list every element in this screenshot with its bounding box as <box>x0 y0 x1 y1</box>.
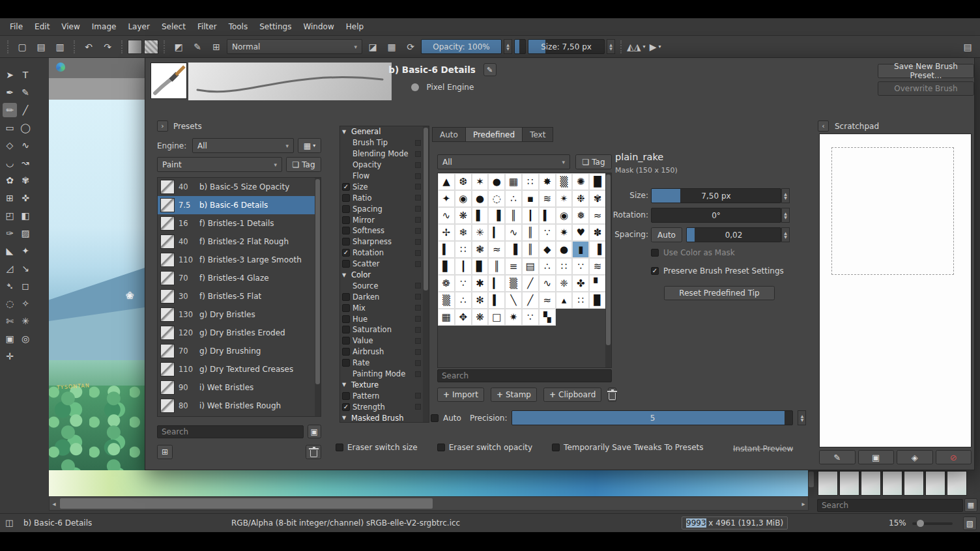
brush-tip-cell[interactable]: ▦ <box>438 309 455 326</box>
scratchpad-expander-button[interactable]: ‹ <box>818 120 829 132</box>
brush-tip-cell[interactable]: ✻ <box>472 292 489 309</box>
option-checkbox[interactable] <box>342 227 350 234</box>
preset-docker-search-input[interactable] <box>817 499 963 512</box>
preset-item-f-bristles-3-large-smooth[interactable]: 110f) Bristles-3 Large Smooth <box>158 251 315 269</box>
tool-pattern-edit[interactable]: ▨ <box>18 226 33 240</box>
preset-list-scrollbar[interactable] <box>315 178 321 416</box>
options-scrollbar[interactable] <box>423 126 429 422</box>
preset-thumbnail[interactable] <box>818 471 838 496</box>
tool-freehand-path[interactable]: ↝ <box>18 156 33 170</box>
option-scatter[interactable]: Scatter <box>340 259 423 270</box>
scratchpad-clear-button[interactable]: ⊘ <box>936 450 972 464</box>
brush-tip-cell[interactable]: ∵ <box>522 309 539 326</box>
tool-ellipse-select[interactable]: ◌ <box>3 296 17 311</box>
brush-tip-cell[interactable]: ▒ <box>505 275 522 292</box>
tool-freehand-select[interactable]: ✄ <box>3 314 17 328</box>
brush-tip-cell[interactable]: ▲ <box>438 173 455 190</box>
tip-delete-button[interactable] <box>608 388 616 402</box>
brush-tip-cell[interactable]: █ <box>589 173 606 190</box>
tool-measure[interactable]: ↘ <box>18 261 33 276</box>
brush-tip-cell[interactable]: ▎ <box>488 275 505 292</box>
brush-tip-cell[interactable]: ✦ <box>438 190 455 207</box>
option-section-texture[interactable]: ▼Texture <box>340 379 423 390</box>
scroll-handle[interactable] <box>606 175 611 345</box>
preset-thumbnail[interactable] <box>925 471 945 496</box>
tool-pan[interactable]: ✛ <box>3 349 17 363</box>
option-saturation[interactable]: Saturation <box>340 324 423 335</box>
tool-crop[interactable]: ◰ <box>3 208 17 223</box>
tip-clipboard-button[interactable]: +Clipboard <box>543 388 601 402</box>
preset-item-g-dry-textured-creases[interactable]: 110g) Dry Textured Creases <box>158 360 315 378</box>
tool-enclose-fill[interactable]: ✦ <box>18 244 33 258</box>
menu-select[interactable]: Select <box>156 20 192 34</box>
tool-zoom[interactable]: ◎ <box>18 332 33 346</box>
brush-tip-cell[interactable]: ∷ <box>556 258 573 275</box>
brush-tip-cell[interactable]: ✸ <box>539 173 556 190</box>
presets-expander-button[interactable]: › <box>157 120 168 132</box>
tip-stamp-button[interactable]: +Stamp <box>491 388 537 402</box>
brush-tip-cell[interactable]: ∷ <box>522 173 539 190</box>
option-opacity[interactable]: Opacity <box>340 160 423 171</box>
brush-tip-cell[interactable]: ≋ <box>539 190 556 207</box>
brush-tip-cell[interactable]: ✺ <box>572 173 589 190</box>
tip-tag-button[interactable]: ❏ Tag <box>575 154 612 169</box>
tool-dynamic-brush[interactable]: ✿ <box>3 173 17 188</box>
preset-item-g-dry-bristles-eroded[interactable]: 120g) Dry Bristles Eroded <box>158 324 315 342</box>
brush-tip-cell[interactable]: ║ <box>522 241 539 258</box>
checkbox[interactable] <box>552 444 560 451</box>
engine-filter-combo[interactable]: All ▾ <box>192 138 294 153</box>
option-sharpness[interactable]: Sharpness <box>340 236 423 247</box>
brush-tip-cell[interactable]: ✶ <box>472 173 489 190</box>
save-document-button[interactable]: ▥ <box>51 39 68 55</box>
rename-preset-button[interactable]: ✎ <box>483 63 497 76</box>
save-search-button[interactable]: ▣ <box>308 425 321 438</box>
brush-tip-cell[interactable]: ║ <box>522 224 539 241</box>
scratchpad-canvas[interactable] <box>819 134 972 447</box>
tool-text[interactable]: T <box>18 68 33 82</box>
brush-tip-cell[interactable]: ╲ <box>505 292 522 309</box>
option-checkbox[interactable] <box>342 216 350 224</box>
tool-move[interactable]: ✜ <box>18 191 33 205</box>
brush-tip-cell[interactable]: ▦ <box>505 173 522 190</box>
brush-tip-cell[interactable]: ∷ <box>572 292 589 309</box>
brush-tip-cell[interactable]: ∷ <box>455 241 472 258</box>
option-blending-mode[interactable]: Blending Mode <box>340 148 423 160</box>
option-pattern[interactable]: Pattern <box>340 390 423 401</box>
spinner-down-icon[interactable]: ▼ <box>504 47 512 51</box>
brush-tip-cell[interactable]: ▤ <box>522 258 539 275</box>
menu-file[interactable]: File <box>4 20 29 34</box>
canvas-tab-icon[interactable] <box>56 63 65 72</box>
brush-tip-cell[interactable]: ✳ <box>472 224 489 241</box>
collapse-arrow-icon[interactable]: ▼ <box>342 415 349 421</box>
preset-docker-scrollbar[interactable] <box>808 470 814 496</box>
brush-tip-cell[interactable]: ✴ <box>556 190 573 207</box>
brush-tip-cell[interactable]: ❋ <box>472 309 489 326</box>
option-painting-mode[interactable]: Painting Mode <box>340 369 423 380</box>
brush-tip-cell[interactable]: ║ <box>505 207 522 224</box>
tip-size-spinner[interactable]: ▲▼ <box>781 188 790 203</box>
tip-spacing-spinner[interactable]: ▲▼ <box>781 227 790 242</box>
opacity-slider[interactable]: Opacity: 100% <box>421 39 502 54</box>
scratchpad-fill-background-button[interactable]: ◈ <box>897 450 933 464</box>
add-preset-button[interactable]: ⊞ <box>157 445 173 459</box>
spinner-down-icon[interactable]: ▼ <box>607 47 614 51</box>
option-brush-tip[interactable]: Brush Tip <box>340 137 423 148</box>
footer-check-eraser-switch-size[interactable]: Eraser switch size <box>336 443 418 452</box>
footer-check-eraser-switch-opacity[interactable]: Eraser switch opacity <box>437 443 532 452</box>
brush-tip-cell[interactable]: ▚ <box>539 309 556 326</box>
chevron-down-icon[interactable]: ▾ <box>643 44 646 49</box>
preset-thumbnail[interactable] <box>882 471 902 496</box>
preserve-alpha-button[interactable]: ▦ <box>383 39 400 55</box>
size-spinner[interactable]: ▲▼ <box>607 39 615 54</box>
eraser-mode-button[interactable]: ◪ <box>364 39 381 55</box>
tool-polyline[interactable]: ∿ <box>18 138 33 152</box>
brush-tip-cell[interactable]: ❃ <box>472 241 489 258</box>
option-mirror[interactable]: Mirror <box>340 214 423 225</box>
brush-tip-cell[interactable]: ✷ <box>556 224 573 241</box>
tool-polygon-select[interactable]: ✧ <box>18 296 33 311</box>
new-document-button[interactable]: ▢ <box>14 39 31 55</box>
option-rate[interactable]: Rate <box>340 358 423 369</box>
option-rotation[interactable]: ✓Rotation <box>340 247 423 259</box>
preset-search-input[interactable] <box>157 425 304 438</box>
brush-tip-cell[interactable]: ┃ <box>522 207 539 224</box>
